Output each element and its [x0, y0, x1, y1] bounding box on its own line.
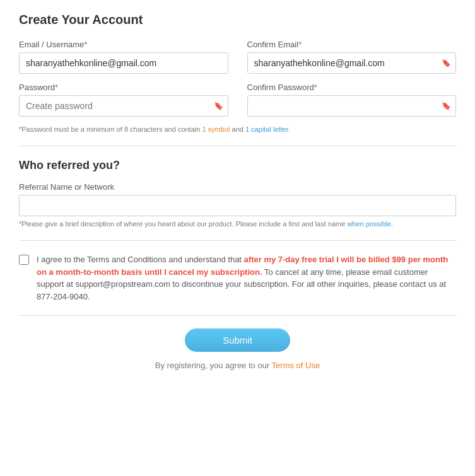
- password-input[interactable]: [19, 95, 228, 117]
- confirm-password-input[interactable]: [247, 95, 457, 117]
- submit-button[interactable]: Submit: [185, 328, 290, 352]
- confirm-password-group: Confirm Password* 🔖: [247, 83, 457, 117]
- terms-checkbox[interactable]: [19, 255, 29, 265]
- page-title: Create Your Account: [19, 13, 456, 27]
- register-text: By registering, you agree to our Terms o…: [155, 361, 320, 370]
- password-label: Password*: [19, 83, 228, 92]
- referral-input[interactable]: [19, 195, 456, 216]
- password-required-star: *: [55, 83, 58, 92]
- divider-3: [19, 315, 456, 316]
- submit-section: Submit By registering, you agree to our …: [19, 328, 456, 370]
- divider-2: [19, 240, 456, 241]
- email-input-wrapper: [19, 52, 228, 74]
- terms-section: I agree to the Terms and Conditions and …: [19, 253, 456, 303]
- divider-1: [19, 146, 456, 146]
- email-row: Email / Username* Confirm Email* 🔖: [19, 40, 456, 74]
- confirm-email-label: Confirm Email*: [247, 40, 457, 49]
- email-input[interactable]: [19, 52, 228, 74]
- password-row: Password* 🔖 Confirm Password* 🔖: [19, 83, 456, 117]
- confirm-password-label: Confirm Password*: [247, 83, 457, 92]
- email-required-star: *: [84, 40, 87, 49]
- email-group: Email / Username*: [19, 40, 228, 74]
- confirm-email-input-wrapper: 🔖: [247, 52, 457, 74]
- confirm-email-required-star: *: [298, 40, 302, 49]
- confirm-password-input-wrapper: 🔖: [247, 95, 457, 117]
- referral-group: Referral Name or Network *Please give a …: [19, 182, 456, 228]
- email-label: Email / Username*: [19, 40, 228, 49]
- password-icon: 🔖: [214, 102, 223, 110]
- confirm-email-group: Confirm Email* 🔖: [247, 40, 457, 74]
- confirm-email-input[interactable]: [247, 52, 457, 74]
- account-form-section: Email / Username* Confirm Email* 🔖 Passw…: [19, 40, 456, 133]
- password-input-wrapper: 🔖: [19, 95, 228, 117]
- password-group: Password* 🔖: [19, 83, 228, 117]
- referral-section: Who referred you? Referral Name or Netwo…: [19, 159, 456, 228]
- referral-title: Who referred you?: [19, 159, 456, 172]
- referral-label: Referral Name or Network: [19, 182, 456, 192]
- terms-of-use-link[interactable]: Terms of Use: [272, 361, 320, 370]
- terms-text: I agree to the Terms and Conditions and …: [37, 253, 456, 303]
- password-hint: *Password must be a minimum of 8 charact…: [19, 125, 456, 133]
- confirm-email-icon: 🔖: [442, 59, 451, 67]
- confirm-password-required-star: *: [314, 83, 317, 92]
- confirm-password-icon: 🔖: [442, 102, 451, 110]
- referral-hint: *Please give a brief description of wher…: [19, 220, 456, 228]
